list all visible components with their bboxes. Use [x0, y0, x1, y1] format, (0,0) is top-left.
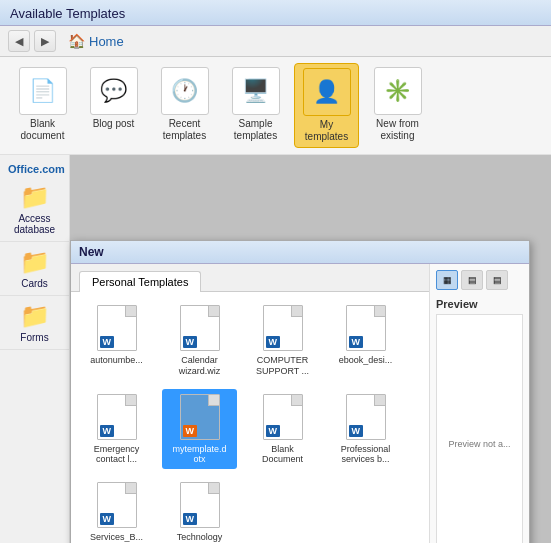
- preview-box: Preview not a...: [436, 314, 523, 543]
- main-body: Office.com 📁 Accessdatabase 📁 Cards 📁 Fo…: [0, 155, 551, 543]
- new-from-label: New fromexisting: [376, 118, 419, 142]
- tabs-bar: Personal Templates: [71, 264, 429, 292]
- back-button[interactable]: ◀: [8, 30, 30, 52]
- template-blog-post[interactable]: 💬 Blog post: [81, 63, 146, 148]
- template-ebook[interactable]: W ebook_desi...: [328, 300, 403, 381]
- new-from-icon: ✳️: [374, 67, 422, 115]
- preview-not-available-text: Preview not a...: [444, 435, 514, 453]
- template-blank-doc[interactable]: W BlankDocument: [245, 389, 320, 470]
- autonumber-icon: W: [92, 304, 142, 352]
- new-dialog-title: New: [71, 241, 529, 264]
- tab-personal-templates[interactable]: Personal Templates: [79, 271, 201, 292]
- technology-label: Technologybusiness b...: [174, 532, 225, 543]
- emergency-label: Emergencycontact l...: [94, 444, 140, 466]
- my-templates-label: My templates: [299, 119, 354, 143]
- templates-grid: W autonumbe... W Calendarwizard.wiz: [71, 292, 429, 543]
- word-badge: W: [100, 336, 115, 348]
- blank-doc-grid-label: BlankDocument: [262, 444, 303, 466]
- calendar-icon: W: [175, 304, 225, 352]
- template-mytemplate[interactable]: W mytemplate.dotx: [162, 389, 237, 470]
- sidebar-forms-label: Forms: [20, 332, 48, 343]
- blog-post-icon: 💬: [90, 67, 138, 115]
- word-badge-2: W: [183, 336, 198, 348]
- services-b-label: Services_B...: [90, 532, 143, 543]
- ebook-label: ebook_desi...: [339, 355, 393, 366]
- word-badge-9: W: [100, 513, 115, 525]
- ebook-icon: W: [341, 304, 391, 352]
- template-computer-support[interactable]: W COMPUTERSUPPORT ...: [245, 300, 320, 381]
- computer-support-icon: W: [258, 304, 308, 352]
- blog-post-label: Blog post: [93, 118, 135, 130]
- blank-doc-grid-icon: W: [258, 393, 308, 441]
- word-badge-5: W: [100, 425, 115, 437]
- sample-label: Sampletemplates: [234, 118, 277, 142]
- nav-bar: ◀ ▶ 🏠 Home: [0, 26, 551, 57]
- mytemplate-label: mytemplate.dotx: [172, 444, 226, 466]
- professional-icon: W: [341, 393, 391, 441]
- template-blank-document[interactable]: 📄 Blankdocument: [10, 63, 75, 148]
- professional-label: Professionalservices b...: [341, 444, 391, 466]
- my-templates-icon: 👤: [303, 68, 351, 116]
- preview-icons-bar: ▦ ▤ ▤: [436, 270, 523, 290]
- template-my-templates[interactable]: 👤 My templates: [294, 63, 359, 148]
- dialog-left: Personal Templates W autonumbe...: [71, 264, 429, 543]
- technology-icon: W: [175, 481, 225, 529]
- home-label: Home: [89, 34, 124, 49]
- mytemplate-icon: W: [175, 393, 225, 441]
- emergency-icon: W: [92, 393, 142, 441]
- blank-doc-label: Blankdocument: [21, 118, 65, 142]
- folder-icon-2: 📁: [20, 248, 50, 276]
- preview-icon-btn-2[interactable]: ▤: [461, 270, 483, 290]
- template-calendar-wizard[interactable]: W Calendarwizard.wiz: [162, 300, 237, 381]
- calendar-label: Calendarwizard.wiz: [179, 355, 221, 377]
- sidebar-item-access[interactable]: 📁 Accessdatabase: [0, 177, 69, 242]
- preview-label: Preview: [436, 298, 523, 310]
- sidebar-cards-label: Cards: [21, 278, 48, 289]
- services-b-icon: W: [92, 481, 142, 529]
- left-sidebar: Office.com 📁 Accessdatabase 📁 Cards 📁 Fo…: [0, 155, 70, 543]
- home-button[interactable]: 🏠 Home: [60, 31, 132, 51]
- folder-icon-3: 📁: [20, 302, 50, 330]
- sidebar-item-cards[interactable]: 📁 Cards: [0, 242, 69, 296]
- top-templates-bar: 📄 Blankdocument 💬 Blog post 🕐 Recenttemp…: [0, 57, 551, 155]
- window-title: Available Templates: [10, 6, 125, 21]
- computer-support-label: COMPUTERSUPPORT ...: [256, 355, 309, 377]
- sample-icon: 🖥️: [232, 67, 280, 115]
- sidebar-item-forms[interactable]: 📁 Forms: [0, 296, 69, 350]
- folder-icon: 📁: [20, 183, 50, 211]
- word-badge-4: W: [349, 336, 364, 348]
- title-bar: Available Templates: [0, 0, 551, 26]
- dialog-content: Personal Templates W autonumbe...: [71, 264, 529, 543]
- recent-icon: 🕐: [161, 67, 209, 115]
- preview-icon-btn-3[interactable]: ▤: [486, 270, 508, 290]
- word-badge-6: W: [183, 425, 198, 437]
- template-autonumber[interactable]: W autonumbe...: [79, 300, 154, 381]
- autonumber-label: autonumbe...: [90, 355, 143, 366]
- sidebar-access-label: Accessdatabase: [14, 213, 55, 235]
- template-new-from-existing[interactable]: ✳️ New fromexisting: [365, 63, 430, 148]
- word-badge-3: W: [266, 336, 281, 348]
- preview-icon-btn-1[interactable]: ▦: [436, 270, 458, 290]
- template-professional-services[interactable]: W Professionalservices b...: [328, 389, 403, 470]
- word-badge-8: W: [349, 425, 364, 437]
- word-badge-7: W: [266, 425, 281, 437]
- recent-label: Recenttemplates: [163, 118, 206, 142]
- forward-button[interactable]: ▶: [34, 30, 56, 52]
- blank-doc-icon: 📄: [19, 67, 67, 115]
- word-badge-10: W: [183, 513, 198, 525]
- office-com-label: Office.com: [0, 159, 69, 177]
- template-technology-business[interactable]: W Technologybusiness b...: [162, 477, 237, 543]
- new-dialog: New Personal Templates W aut: [70, 240, 530, 543]
- template-emergency-contact[interactable]: W Emergencycontact l...: [79, 389, 154, 470]
- template-services-b[interactable]: W Services_B...: [79, 477, 154, 543]
- template-sample[interactable]: 🖥️ Sampletemplates: [223, 63, 288, 148]
- dialog-right-panel: ▦ ▤ ▤ Preview Preview not a... Create Ne…: [429, 264, 529, 543]
- template-recent[interactable]: 🕐 Recenttemplates: [152, 63, 217, 148]
- home-icon: 🏠: [68, 33, 85, 49]
